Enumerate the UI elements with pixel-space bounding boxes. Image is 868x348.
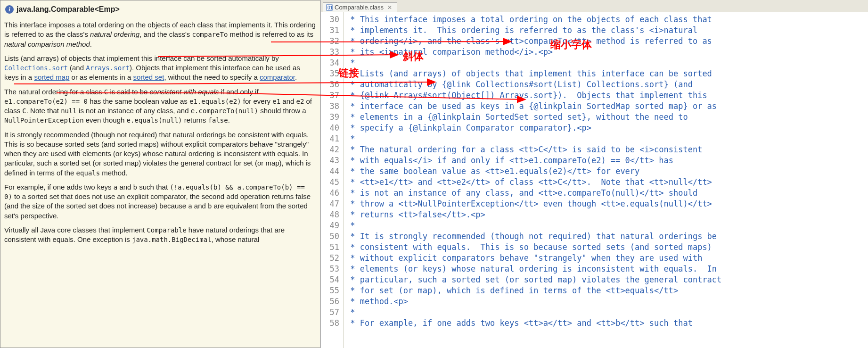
line-number: 44: [323, 166, 339, 177]
line-number-gutter: 3031323334353637383940414243444546474849…: [321, 12, 344, 348]
code-line[interactable]: * It is strongly recommended (though not…: [345, 231, 866, 242]
editor-tab-bar: 01 Comparable.class ✕: [321, 0, 868, 12]
code-line[interactable]: * particular, such a sorted set (or sort…: [345, 274, 866, 285]
code-line[interactable]: * returns <tt>false</tt>.<p>: [345, 209, 866, 220]
line-number: 58: [323, 318, 339, 329]
line-number: 43: [323, 155, 339, 166]
code-line[interactable]: * method.<p>: [345, 296, 866, 307]
line-number: 45: [323, 177, 339, 188]
line-number: 37: [323, 90, 339, 101]
javadoc-paragraph-4: It is strongly recommended (though not r…: [4, 130, 316, 178]
code-line[interactable]: * its <i>natural comparison method</i>.<…: [345, 47, 866, 58]
link-sorted-map[interactable]: sorted map: [34, 73, 69, 81]
line-number: 30: [323, 14, 339, 25]
code-line[interactable]: * Lists (and arrays) of objects that imp…: [345, 68, 866, 79]
link-arrays-sort[interactable]: Arrays.sort: [86, 64, 130, 72]
line-number: 39: [323, 112, 339, 123]
code-line[interactable]: * the same boolean value as <tt>e1.equal…: [345, 166, 866, 177]
code-line[interactable]: *: [345, 133, 866, 144]
line-number: 31: [323, 25, 339, 36]
link-comparator[interactable]: comparator: [260, 73, 295, 81]
code-text-area[interactable]: * This interface imposes a total orderin…: [344, 12, 868, 348]
code-line[interactable]: * for set (or map), which is defined in …: [345, 285, 866, 296]
line-number: 56: [323, 296, 339, 307]
code-line[interactable]: *: [345, 220, 866, 231]
code-line[interactable]: * without explicit comparators behave "s…: [345, 253, 866, 264]
line-number: 40: [323, 123, 339, 133]
line-number: 36: [323, 79, 339, 90]
tab-comparable-class[interactable]: 01 Comparable.class ✕: [323, 2, 397, 12]
line-number: 49: [323, 220, 339, 231]
line-number: 53: [323, 264, 339, 274]
javadoc-paragraph-2: Lists (and arrays) of objects that imple…: [4, 54, 316, 83]
close-icon[interactable]: ✕: [387, 4, 392, 11]
code-line[interactable]: * is not an instance of any class, and <…: [345, 188, 866, 199]
editor-pane: 01 Comparable.class ✕ 303132333435363738…: [320, 0, 868, 348]
code-line[interactable]: * throw a <tt>NullPointerException</tt> …: [345, 199, 866, 209]
code-line[interactable]: * For example, if one adds two keys <tt>…: [345, 318, 866, 329]
javadoc-hover-pane: i java.lang.Comparable<Emp> This interfa…: [0, 0, 320, 348]
line-number: 51: [323, 242, 339, 253]
line-number: 54: [323, 274, 339, 285]
line-number: 38: [323, 101, 339, 112]
class-file-icon: 01: [326, 4, 333, 11]
code-line[interactable]: *: [345, 58, 866, 68]
code-line[interactable]: * interface can be used as keys in a {@l…: [345, 101, 866, 112]
line-number: 50: [323, 231, 339, 242]
info-icon: i: [5, 5, 14, 14]
line-number: 47: [323, 199, 339, 209]
tab-label: Comparable.class: [335, 4, 384, 11]
code-line[interactable]: * consistent with equals. This is so bec…: [345, 242, 866, 253]
code-editor[interactable]: 3031323334353637383940414243444546474849…: [321, 12, 868, 348]
line-number: 48: [323, 209, 339, 220]
line-number: 35: [323, 68, 339, 79]
code-line[interactable]: * with equals</i> if and only if <tt>e1.…: [345, 155, 866, 166]
code-line[interactable]: *: [345, 307, 866, 318]
line-number: 32: [323, 36, 339, 47]
code-line[interactable]: * This interface imposes a total orderin…: [345, 14, 866, 25]
code-line[interactable]: * {@link Arrays#sort(Object[]) Arrays.so…: [345, 90, 866, 101]
javadoc-paragraph-5: For example, if one adds two keys a and …: [4, 182, 316, 221]
code-line[interactable]: * specify a {@linkplain Comparator compa…: [345, 123, 866, 133]
code-line[interactable]: * <tt>e1</tt> and <tt>e2</tt> of class <…: [345, 177, 866, 188]
line-number: 42: [323, 144, 339, 155]
line-number: 46: [323, 188, 339, 199]
line-number: 57: [323, 307, 339, 318]
line-number: 34: [323, 58, 339, 68]
svg-text:01: 01: [328, 5, 333, 10]
code-line[interactable]: * ordering</i>, and the class's <tt>comp…: [345, 36, 866, 47]
line-number: 52: [323, 253, 339, 264]
javadoc-paragraph-6: Virtually all Java core classes that imp…: [4, 225, 316, 245]
line-number: 55: [323, 285, 339, 296]
link-sorted-set[interactable]: sorted set: [133, 73, 164, 81]
javadoc-title: java.lang.Comparable<Emp>: [16, 5, 120, 14]
javadoc-header: i java.lang.Comparable<Emp>: [4, 3, 316, 16]
line-number: 41: [323, 133, 339, 144]
code-line[interactable]: * The natural ordering for a class <tt>C…: [345, 144, 866, 155]
code-line[interactable]: * elements in a {@linkplain SortedSet so…: [345, 112, 866, 123]
code-line[interactable]: * elements (or keys) whose natural order…: [345, 264, 866, 274]
link-collections-sort[interactable]: Collections.sort: [4, 64, 68, 72]
javadoc-paragraph-1: This interface imposes a total ordering …: [4, 20, 316, 49]
code-line[interactable]: * implements it. This ordering is referr…: [345, 25, 866, 36]
line-number: 33: [323, 47, 339, 58]
javadoc-paragraph-3: The natural ordering for a class C is sa…: [4, 87, 316, 125]
code-line[interactable]: * automatically by {@link Collections#so…: [345, 79, 866, 90]
